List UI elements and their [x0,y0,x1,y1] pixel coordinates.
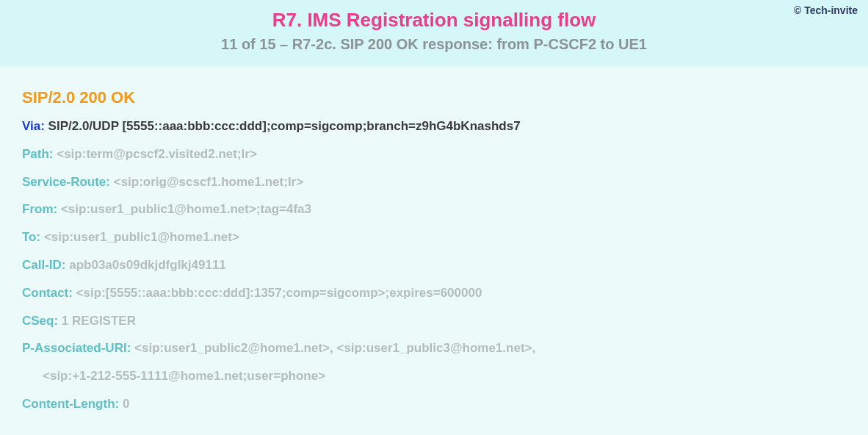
header-name-path: Path [22,147,49,161]
page-subtitle: 11 of 15 – R7-2c. SIP 200 OK response: f… [0,36,868,53]
sip-header-contact: Contact: <sip:[5555::aaa:bbb:ccc:ddd]:13… [22,284,846,302]
header-name-via: Via [22,119,40,133]
header-value-call-id: apb03a0s09dkjdfglkj49111 [69,258,226,272]
header-value-path: <sip:term@pcscf2.visited2.net;lr> [57,147,257,161]
header-value-from: <sip:user1_public1@home1.net>;tag=4fa3 [61,202,311,216]
header-name-call-id: Call-ID [22,258,62,272]
header-name-cseq: CSeq [22,314,54,328]
sip-message-panel: SIP/2.0 200 OK Via: SIP/2.0/UDP [5555::a… [0,66,868,435]
header-value-cseq: 1 REGISTER [62,314,136,328]
page-title: R7. IMS Registration signalling flow [0,9,868,32]
header-name-from: From [22,202,54,216]
sip-status-line: SIP/2.0 200 OK [22,88,846,107]
header-value-via: SIP/2.0/UDP [5555::aaa:bbb:ccc:ddd];comp… [48,119,521,133]
sip-header-cseq: CSeq: 1 REGISTER [22,312,846,330]
header-value-to: <sip:user1_public1@home1.net> [44,230,239,244]
sip-header-via: Via: SIP/2.0/UDP [5555::aaa:bbb:ccc:ddd]… [22,118,846,135]
header-value-p-associated-uri-1: <sip:user1_public2@home1.net>, <sip:user… [134,341,535,355]
sip-header-to: To: <sip:user1_public1@home1.net> [22,229,846,246]
sip-header-content-length: Content-Length: 0 [22,395,846,413]
header-value-contact: <sip:[5555::aaa:bbb:ccc:ddd]:1357;comp=s… [76,286,482,300]
header-name-to: To [22,230,37,244]
header-name-service-route: Service-Route [22,175,106,189]
header-value-service-route: <sip:orig@scscf1.home1.net;lr> [114,175,303,189]
sip-header-call-id: Call-ID: apb03a0s09dkjdfglkj49111 [22,256,846,274]
sip-header-path: Path: <sip:term@pcscf2.visited2.net;lr> [22,145,846,163]
header-name-p-associated-uri: P-Associated-URI [22,341,127,355]
sip-header-p-associated-uri: P-Associated-URI: <sip:user1_public2@hom… [22,339,846,357]
sip-header-service-route: Service-Route: <sip:orig@scscf1.home1.ne… [22,173,846,191]
header-name-contact: Contact [22,286,68,300]
header-name-content-length: Content-Length [22,397,115,411]
sip-header-from: From: <sip:user1_public1@home1.net>;tag=… [22,201,846,218]
header-value-p-associated-uri-2: <sip:+1-212-555-1111@home1.net;user=phon… [43,369,325,383]
sip-header-p-associated-uri-cont: <sip:+1-212-555-1111@home1.net;user=phon… [22,367,846,385]
copyright-notice: © Tech-invite [794,4,858,16]
header-band: © Tech-invite R7. IMS Registration signa… [0,0,868,66]
header-value-content-length: 0 [123,397,129,411]
